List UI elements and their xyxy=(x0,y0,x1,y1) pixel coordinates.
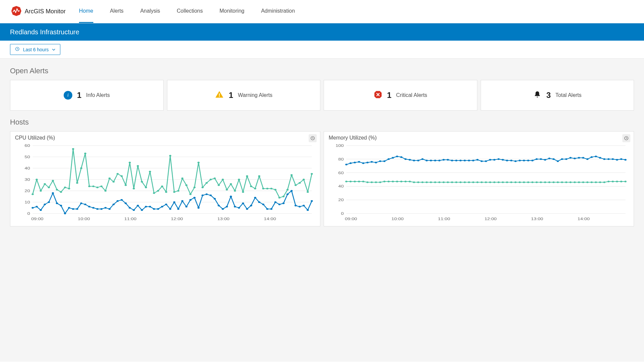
svg-point-80 xyxy=(250,185,252,187)
svg-point-286 xyxy=(489,181,491,183)
svg-point-132 xyxy=(177,208,180,210)
time-range-dropdown[interactable]: Last 6 hours xyxy=(10,44,60,55)
svg-point-292 xyxy=(514,181,517,183)
bell-icon xyxy=(533,90,542,100)
svg-point-297 xyxy=(536,181,538,183)
svg-point-300 xyxy=(548,181,551,183)
svg-point-26 xyxy=(32,193,34,195)
svg-point-60 xyxy=(169,155,171,157)
svg-point-51 xyxy=(133,188,135,189)
svg-point-100 xyxy=(48,201,50,203)
svg-point-106 xyxy=(72,208,74,210)
svg-point-313 xyxy=(603,181,606,183)
nav-item-analysis[interactable]: Analysis xyxy=(140,0,160,23)
total-alert-count: 3 xyxy=(546,91,551,100)
svg-point-148 xyxy=(242,202,244,204)
info-alerts-card[interactable]: i 1 Info Alerts xyxy=(10,80,164,111)
svg-point-116 xyxy=(112,203,115,205)
svg-text:30: 30 xyxy=(25,178,30,182)
svg-point-202 xyxy=(417,160,419,161)
svg-text:14:00: 14:00 xyxy=(578,217,590,221)
svg-point-262 xyxy=(388,181,390,182)
svg-point-34 xyxy=(64,186,66,188)
info-icon: i xyxy=(64,91,72,100)
nav-item-alerts[interactable]: Alerts xyxy=(110,0,124,23)
warning-alerts-card[interactable]: 1 Warning Alerts xyxy=(167,80,321,111)
svg-point-317 xyxy=(620,181,622,182)
svg-point-154 xyxy=(266,208,269,210)
nav-item-collections[interactable]: Collections xyxy=(177,0,203,23)
svg-point-315 xyxy=(612,181,614,182)
svg-point-228 xyxy=(527,160,529,161)
svg-point-49 xyxy=(125,184,127,186)
nav-item-administration[interactable]: Administration xyxy=(261,0,295,23)
open-alerts-heading: Open Alerts xyxy=(10,67,634,75)
svg-point-71 xyxy=(214,178,216,179)
svg-point-43 xyxy=(100,185,103,187)
svg-point-232 xyxy=(544,159,546,161)
svg-point-55 xyxy=(149,171,151,173)
svg-point-150 xyxy=(250,205,252,206)
svg-point-37 xyxy=(76,182,78,184)
svg-point-97 xyxy=(36,206,38,207)
svg-point-273 xyxy=(434,181,436,183)
warning-alert-label: Warning Alerts xyxy=(238,92,272,98)
main-content: Open Alerts i 1 Info Alerts 1 Warning Al… xyxy=(0,59,644,362)
total-alert-label: Total Alerts xyxy=(555,92,581,98)
svg-point-115 xyxy=(108,208,111,210)
svg-text:10:00: 10:00 xyxy=(391,217,403,221)
svg-point-99 xyxy=(44,203,46,205)
svg-point-131 xyxy=(173,201,175,203)
svg-point-85 xyxy=(270,188,273,189)
svg-point-289 xyxy=(502,181,504,183)
svg-point-126 xyxy=(153,208,155,210)
warning-icon xyxy=(215,90,224,101)
svg-point-120 xyxy=(129,207,131,209)
svg-point-86 xyxy=(274,189,277,190)
app-logo[interactable]: ArcGIS Monitor xyxy=(11,6,66,17)
svg-point-305 xyxy=(569,181,572,183)
svg-point-69 xyxy=(206,182,208,184)
clock-icon xyxy=(15,47,20,52)
svg-point-64 xyxy=(185,184,188,186)
nav-item-monitoring[interactable]: Monitoring xyxy=(219,0,244,23)
svg-point-298 xyxy=(540,181,542,183)
svg-text:60: 60 xyxy=(338,171,344,175)
svg-text:12:00: 12:00 xyxy=(171,217,183,221)
svg-point-47 xyxy=(117,173,119,175)
svg-point-133 xyxy=(181,200,184,202)
svg-point-287 xyxy=(493,181,496,183)
svg-point-134 xyxy=(185,206,188,207)
nav-item-home[interactable]: Home xyxy=(79,0,93,23)
svg-point-243 xyxy=(591,156,593,158)
svg-point-264 xyxy=(396,181,398,182)
warning-alert-count: 1 xyxy=(229,91,233,100)
svg-point-146 xyxy=(234,206,236,207)
svg-point-162 xyxy=(299,206,301,207)
svg-point-206 xyxy=(434,160,436,161)
total-alerts-card[interactable]: 3 Total Alerts xyxy=(481,80,634,111)
svg-point-310 xyxy=(591,181,593,183)
svg-point-283 xyxy=(476,181,479,183)
svg-point-89 xyxy=(286,189,289,190)
memory-chart: 02040608010009:0010:0011:0012:0013:0014:… xyxy=(329,143,629,223)
critical-icon xyxy=(374,90,382,100)
svg-point-65 xyxy=(189,193,192,195)
nav-items: HomeAlertsAnalysisCollectionsMonitoringA… xyxy=(79,0,295,23)
svg-point-114 xyxy=(104,207,107,209)
svg-point-241 xyxy=(582,157,584,159)
svg-point-271 xyxy=(426,181,428,183)
svg-point-59 xyxy=(165,191,167,193)
svg-point-259 xyxy=(375,181,377,183)
cpu-chart-time-button[interactable] xyxy=(309,134,317,142)
svg-point-200 xyxy=(409,159,411,161)
critical-alerts-card[interactable]: 1 Critical Alerts xyxy=(324,80,477,111)
svg-point-218 xyxy=(485,160,487,162)
svg-point-121 xyxy=(133,209,135,211)
svg-point-248 xyxy=(612,158,614,160)
svg-text:09:00: 09:00 xyxy=(345,217,357,221)
memory-chart-time-button[interactable] xyxy=(622,134,630,142)
svg-point-204 xyxy=(426,160,428,161)
svg-text:11:00: 11:00 xyxy=(438,217,450,221)
svg-point-87 xyxy=(278,197,281,198)
